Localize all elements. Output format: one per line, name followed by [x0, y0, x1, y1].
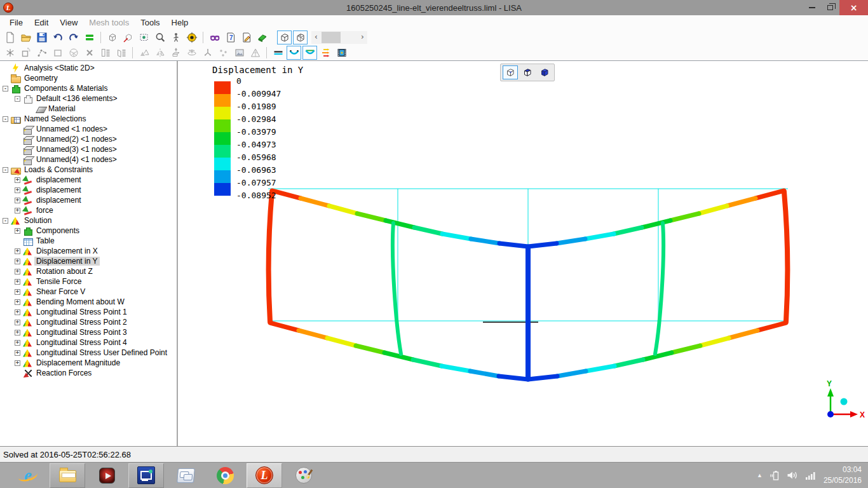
tree-item[interactable]: Analysis <Static 2D> — [0, 63, 177, 73]
tree-item[interactable]: + force — [0, 205, 177, 215]
tree-item[interactable]: + Shear Force V — [0, 287, 177, 297]
tree-item[interactable]: Reaction Forces — [0, 368, 177, 378]
tree-item[interactable]: + Bending Moment about W — [0, 297, 177, 307]
zoom-extents-button[interactable] — [184, 30, 199, 44]
tree-expander[interactable]: - — [3, 86, 8, 92]
export-image-button[interactable] — [232, 46, 247, 60]
solid-display-button[interactable] — [537, 65, 552, 79]
minimize-button[interactable] — [803, 0, 821, 15]
tree-expander[interactable]: + — [15, 198, 20, 203]
refine-mesh-button[interactable] — [137, 46, 151, 60]
renumber-nodes-button[interactable] — [98, 46, 112, 60]
tree-item[interactable]: + Longitudinal Stress User Defined Point — [0, 348, 177, 358]
menu-item[interactable]: File — [4, 17, 29, 29]
select-box-button[interactable] — [137, 30, 151, 44]
scroll-left-arrow[interactable]: ‹ — [311, 31, 321, 44]
scroll-thumb[interactable] — [322, 32, 341, 43]
tree-item[interactable]: + displacement — [0, 185, 177, 195]
tree-expander[interactable]: + — [15, 208, 20, 214]
tree-item[interactable]: + Displacement in Y — [0, 256, 177, 266]
tree-item[interactable]: + Displacement Magnitude — [0, 358, 177, 368]
tree-item[interactable]: + Longitudinal Stress Point 3 — [0, 327, 177, 337]
restore-button[interactable] — [821, 0, 839, 15]
animate-button[interactable] — [334, 46, 349, 60]
scroll-track[interactable] — [321, 31, 358, 44]
tree-item[interactable]: Unnamed(4) <1 nodes> — [0, 154, 177, 165]
tree-expander[interactable]: + — [15, 289, 20, 295]
taskbar-file-explorer-button[interactable] — [50, 463, 85, 488]
tree-item[interactable]: Material — [0, 104, 177, 114]
tree-item[interactable]: + displacement — [0, 175, 177, 185]
taskbar-internet-explorer-button[interactable]: e — [10, 463, 46, 488]
undeformed-shape-button[interactable] — [271, 46, 285, 60]
deformed-shape-button[interactable] — [287, 46, 301, 60]
node-points-button[interactable] — [216, 46, 231, 60]
wireframe-cube-view-button[interactable] — [293, 30, 308, 44]
taskbar-clock[interactable]: 03:04 25/05/2016 — [824, 464, 862, 487]
menu-item[interactable]: Mesh tools — [83, 17, 135, 29]
menu-item[interactable]: Help — [166, 17, 194, 29]
tree-expander[interactable]: + — [15, 187, 20, 193]
taskbar-lisa-button[interactable] — [247, 463, 282, 488]
tree-item[interactable]: - Solution — [0, 215, 177, 226]
delete-button[interactable] — [82, 46, 97, 60]
tree-item[interactable]: Table — [0, 236, 177, 246]
wireframe-display-button[interactable] — [503, 65, 518, 79]
tree-item[interactable]: + Longitudinal Stress Point 4 — [0, 337, 177, 348]
tree-item[interactable]: Unnamed(2) <1 nodes> — [0, 134, 177, 144]
tree-expander[interactable]: - — [3, 218, 8, 224]
tree-expander[interactable]: - — [3, 167, 8, 173]
undo-button[interactable] — [50, 30, 65, 44]
tree-item[interactable]: Unnamed <1 nodes> — [0, 124, 177, 134]
show-loads-button[interactable] — [318, 46, 333, 60]
tree-item[interactable]: + Longitudinal Stress Point 1 — [0, 307, 177, 317]
renumber-elements-button[interactable] — [114, 46, 128, 60]
deformed-plus-undeformed-button[interactable] — [302, 46, 317, 60]
element-face-button[interactable] — [50, 46, 65, 60]
revolve-button[interactable] — [184, 46, 199, 60]
tree-item[interactable]: - Named Selections — [0, 114, 177, 124]
mesh-quality-button[interactable] — [248, 46, 262, 60]
mirror-button[interactable] — [153, 46, 167, 60]
tree-expander[interactable]: + — [15, 259, 20, 264]
solve-button[interactable] — [82, 30, 97, 44]
menu-item[interactable]: Tools — [135, 17, 165, 29]
redo-button[interactable] — [66, 30, 81, 44]
taskbar-paint-button[interactable] — [286, 463, 322, 488]
tree-item[interactable]: + displacement — [0, 195, 177, 205]
node-chain-button[interactable] — [34, 46, 49, 60]
save-button[interactable] — [34, 30, 49, 44]
model-info-button[interactable]: 7 — [223, 30, 238, 44]
tree-item[interactable]: - Components & Materials — [0, 83, 177, 93]
polyhedron-button[interactable] — [66, 46, 81, 60]
tree-item[interactable]: + Displacement in X — [0, 246, 177, 256]
taskbar-chrome-button[interactable] — [207, 463, 243, 488]
create-node-button[interactable] — [3, 46, 17, 60]
model-viewport[interactable]: Y X Displacement in Y 0-0.009947-0.01989… — [179, 61, 868, 446]
timestep-scrollbar[interactable]: ‹ › — [311, 31, 367, 44]
hidden-line-display-button[interactable] — [520, 65, 535, 79]
tree-expander[interactable]: + — [15, 248, 20, 254]
tree-expander[interactable]: + — [15, 330, 20, 336]
tree-item[interactable]: Geometry — [0, 73, 177, 83]
tree-expander[interactable]: - — [15, 96, 20, 102]
tree-item[interactable]: + Rotation about Z — [0, 266, 177, 276]
tree-item[interactable]: Unnamed(3) <1 nodes> — [0, 144, 177, 154]
taskbar-remote-desktop-button[interactable] — [128, 463, 164, 488]
taskbar-messaging-button[interactable] — [168, 463, 203, 488]
zoom-button[interactable] — [153, 30, 167, 44]
tree-expander[interactable]: + — [15, 350, 20, 356]
menu-item[interactable]: Edit — [29, 17, 54, 29]
tree-expander[interactable]: + — [15, 340, 20, 346]
tree-expander[interactable]: + — [15, 228, 20, 234]
hidden-icons-arrow[interactable]: ▲ — [757, 472, 763, 478]
tree-expander[interactable]: + — [15, 320, 20, 325]
open-file-button[interactable] — [18, 30, 33, 44]
tree-expander[interactable]: - — [3, 116, 8, 122]
move-nodes-button[interactable] — [200, 46, 215, 60]
volume-icon[interactable] — [787, 470, 798, 480]
taskbar-media-player-button[interactable] — [89, 463, 125, 488]
erase-button[interactable] — [255, 30, 269, 44]
scroll-right-arrow[interactable]: › — [358, 31, 367, 44]
create-element-button[interactable] — [18, 46, 33, 60]
